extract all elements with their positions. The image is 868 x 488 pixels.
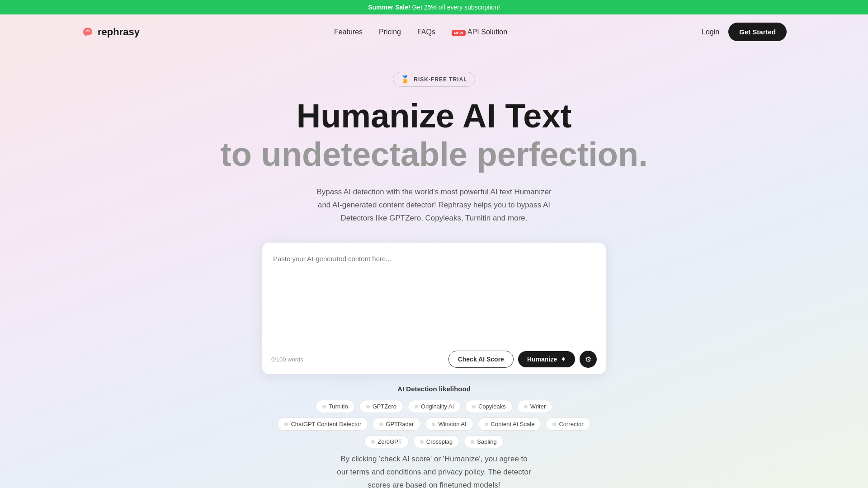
logo-text: rephrasy (98, 26, 140, 38)
api-badge: NEW (452, 30, 466, 36)
banner-sale-label: Summer Sale! (368, 4, 410, 11)
detector-tag-corrector[interactable]: Corrector (546, 418, 590, 431)
detector-dot-gptzero (366, 405, 370, 408)
logo[interactable]: rephrasy (81, 26, 140, 38)
get-started-button[interactable]: Get Started (728, 23, 787, 41)
detector-dot-originality (415, 405, 418, 408)
nav-faqs[interactable]: FAQs (417, 28, 435, 36)
logo-icon (81, 26, 94, 38)
detector-tag-crossplag[interactable]: Crossplag (413, 435, 460, 448)
editor-actions: Check AI Score Humanize ✦ ⚙ (448, 351, 597, 368)
editor-card: 0/100 words Check AI Score Humanize ✦ ⚙ (262, 243, 606, 374)
medal-icon: 🏅 (401, 75, 410, 84)
detector-tag-originality[interactable]: Originality AI (408, 400, 461, 413)
detector-tag-gptradar[interactable]: GPTRadar (373, 418, 420, 431)
detector-tag-turnitin[interactable]: Turnitin (316, 400, 355, 413)
detector-dot-corrector (552, 422, 556, 426)
detector-tag-copyleaks[interactable]: Copyleaks (465, 400, 513, 413)
humanize-button[interactable]: Humanize ✦ (518, 351, 575, 367)
detector-dot-winston (432, 422, 435, 426)
editor-footer: 0/100 words Check AI Score Humanize ✦ ⚙ (262, 344, 606, 374)
navbar: rephrasy Features Pricing FAQs NEWAPI So… (0, 14, 868, 49)
detector-dot-turnitin (322, 405, 326, 408)
settings-icon: ⚙ (585, 355, 591, 364)
detector-tag-writer[interactable]: Writer (517, 400, 552, 413)
word-count: 0/100 words (271, 356, 303, 363)
detector-dot-sapling (471, 440, 474, 444)
detector-tag-gptzero[interactable]: GPTZero (359, 400, 403, 413)
trial-badge: 🏅 RISK-FREE TRIAL (393, 72, 475, 87)
detector-dot-writer (524, 405, 528, 408)
detector-tag-zerogpt[interactable]: ZeroGPT (364, 435, 408, 448)
detector-tag-contentatscale[interactable]: Content At Scale (478, 418, 542, 431)
detection-title: AI Detection likelihood (271, 385, 597, 393)
hero-headline2: to undetectable perfection. (9, 136, 859, 173)
nav-links: Features Pricing FAQs NEWAPI Solution (334, 28, 507, 36)
detector-tag-winston[interactable]: Winston AI (425, 418, 473, 431)
humanize-sparkle-icon: ✦ (561, 356, 566, 363)
detector-tags: TurnitinGPTZeroOriginality AICopyleaksWr… (271, 400, 597, 448)
content-input[interactable] (262, 243, 606, 342)
banner-sale-text: Get 25% off every subscription! (410, 4, 500, 11)
disclaimer: By clicking 'check AI score' or 'Humaniz… (316, 453, 552, 488)
hero-headline1: Humanize AI Text (9, 98, 859, 134)
login-button[interactable]: Login (702, 28, 719, 36)
promo-banner: Summer Sale! Get 25% off every subscript… (0, 0, 868, 14)
check-ai-button[interactable]: Check AI Score (448, 351, 514, 368)
detector-dot-chatgpt (284, 422, 288, 426)
nav-pricing[interactable]: Pricing (379, 28, 401, 36)
detector-tag-chatgpt[interactable]: ChatGPT Content Detector (278, 418, 368, 431)
detector-dot-contentatscale (485, 422, 488, 426)
detection-section: AI Detection likelihood TurnitinGPTZeroO… (262, 374, 606, 488)
settings-button[interactable]: ⚙ (580, 351, 597, 368)
detector-dot-gptradar (379, 422, 383, 426)
nav-right: Login Get Started (702, 23, 787, 41)
detector-dot-crossplag (420, 440, 424, 444)
detector-dot-copyleaks (472, 405, 476, 408)
detector-tag-sapling[interactable]: Sapling (464, 435, 503, 448)
nav-api[interactable]: NEWAPI Solution (452, 28, 507, 36)
hero-section: 🏅 RISK-FREE TRIAL Humanize AI Text to un… (0, 49, 868, 488)
hero-subtext: Bypass AI detection with the world's mos… (316, 186, 552, 225)
detector-dot-zerogpt (371, 440, 375, 444)
nav-features[interactable]: Features (334, 28, 363, 36)
